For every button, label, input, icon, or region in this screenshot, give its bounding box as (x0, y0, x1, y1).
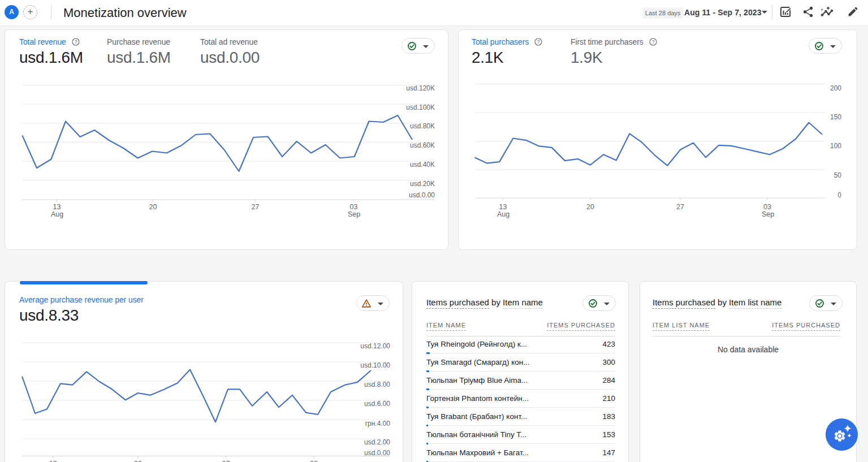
svg-text:200: 200 (830, 84, 841, 92)
svg-text:150: 150 (830, 113, 841, 121)
svg-text:Sep: Sep (762, 210, 774, 218)
svg-text:usd.60K: usd.60K (410, 141, 435, 149)
svg-text:27: 27 (222, 460, 230, 462)
svg-text:27: 27 (252, 203, 260, 211)
svg-text:usd.0.00: usd.0.00 (409, 191, 435, 199)
svg-text:usd.2.00: usd.2.00 (364, 438, 390, 446)
svg-text:20: 20 (134, 460, 142, 462)
svg-text:13: 13 (49, 460, 57, 462)
svg-text:20: 20 (586, 203, 594, 211)
svg-text:usd.6.00: usd.6.00 (364, 400, 390, 408)
svg-text:usd.20K: usd.20K (410, 180, 435, 188)
svg-text:usd.120K: usd.120K (406, 84, 435, 92)
svg-text:usd.8.00: usd.8.00 (364, 381, 390, 388)
svg-text:0: 0 (837, 191, 841, 199)
svg-text:100: 100 (830, 142, 841, 150)
svg-text:03: 03 (310, 460, 318, 462)
svg-text:usd.0.00: usd.0.00 (364, 449, 390, 457)
svg-text:usd.10.00: usd.10.00 (360, 361, 390, 369)
svg-text:50: 50 (834, 171, 842, 179)
svg-text:usd.12.00: usd.12.00 (360, 342, 390, 350)
svg-text:грн.4.00: грн.4.00 (365, 420, 391, 428)
svg-text:Sep: Sep (348, 210, 360, 218)
svg-text:usd.80K: usd.80K (410, 122, 435, 130)
svg-text:Aug: Aug (497, 210, 509, 218)
svg-text:20: 20 (149, 203, 157, 211)
svg-text:usd.100K: usd.100K (406, 103, 435, 111)
svg-text:usd.40K: usd.40K (410, 161, 435, 169)
svg-text:27: 27 (676, 203, 684, 211)
svg-text:Aug: Aug (51, 210, 63, 218)
